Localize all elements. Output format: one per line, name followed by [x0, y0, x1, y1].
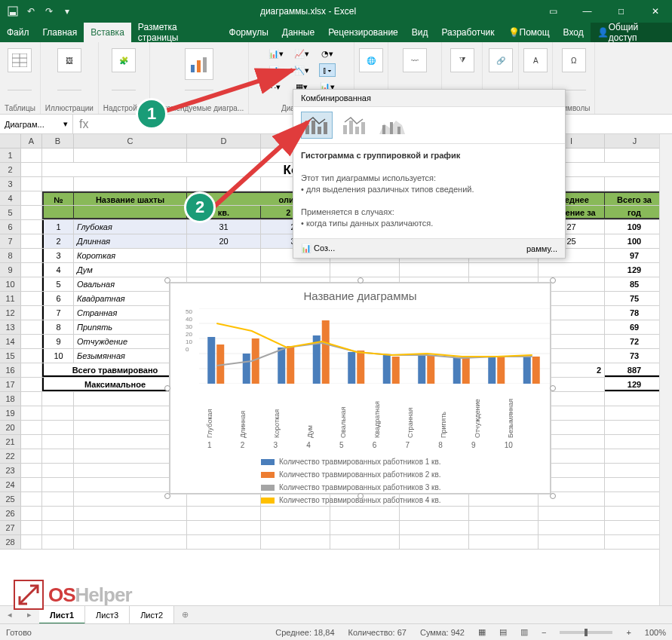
- tooltip-body: Гистограмма с группировкой и график Этот…: [293, 144, 565, 238]
- zoom-slider[interactable]: [560, 631, 612, 634]
- sheet-add-button[interactable]: ⊕: [174, 610, 196, 620]
- view-pagebreak-icon[interactable]: ▥: [520, 627, 528, 637]
- signin-button[interactable]: Вход: [557, 23, 591, 42]
- status-count: Количество: 67: [348, 628, 407, 637]
- pie-chart-icon[interactable]: ◔▾: [319, 47, 336, 60]
- svg-line-49: [20, 586, 38, 604]
- close-button[interactable]: ✕: [638, 0, 672, 23]
- tables-button[interactable]: [8, 48, 32, 72]
- maximize-button[interactable]: □: [604, 0, 638, 23]
- watermark-logo: OSHelper: [14, 580, 132, 610]
- svg-rect-44: [462, 358, 470, 384]
- svg-rect-45: [497, 357, 505, 384]
- minimize-button[interactable]: —: [570, 0, 604, 23]
- zoom-in-button[interactable]: +: [626, 628, 631, 637]
- svg-rect-12: [324, 122, 327, 134]
- svg-rect-43: [427, 355, 434, 384]
- svg-rect-28: [243, 354, 250, 384]
- svg-rect-35: [488, 357, 496, 384]
- window-title: диаграммы.xlsx - Excel: [80, 6, 536, 17]
- svg-rect-9: [305, 125, 309, 134]
- svg-rect-20: [397, 127, 400, 134]
- illustrations-button[interactable]: 🖼: [57, 48, 81, 72]
- svg-rect-15: [355, 127, 359, 134]
- zoom-level[interactable]: 100%: [645, 628, 666, 637]
- svg-rect-16: [361, 122, 365, 134]
- redo-icon[interactable]: ↷: [41, 3, 57, 20]
- svg-rect-34: [453, 358, 461, 384]
- tab-review[interactable]: Рецензирование: [321, 23, 405, 42]
- chart-legend[interactable]: Количество травмированных работников 1 к…: [170, 449, 550, 507]
- svg-rect-39: [287, 346, 294, 384]
- svg-rect-42: [392, 357, 400, 384]
- tab-insert[interactable]: Вставка: [84, 23, 131, 42]
- dropdown-title: Комбинированная: [293, 90, 565, 106]
- filters-button[interactable]: ⧩: [450, 48, 474, 72]
- status-average: Среднее: 18,84: [275, 628, 334, 637]
- embedded-chart[interactable]: Название диаграммы 50403020100 ГлубокаяД…: [170, 283, 551, 494]
- undo-icon[interactable]: ↶: [23, 3, 39, 20]
- sparklines-button[interactable]: 〰: [403, 48, 427, 72]
- zoom-out-button[interactable]: −: [542, 628, 546, 637]
- svg-rect-46: [532, 357, 540, 384]
- svg-rect-8: [203, 57, 207, 72]
- status-ready: Готово: [6, 628, 32, 637]
- combo-stacked-area-column-icon[interactable]: [376, 112, 408, 139]
- svg-rect-1: [10, 12, 16, 15]
- sheet-nav-next[interactable]: ▸: [20, 610, 39, 620]
- 3d-map-button[interactable]: 🌐: [359, 48, 383, 72]
- tab-layout[interactable]: Разметка страницы: [131, 23, 222, 42]
- links-button[interactable]: 🔗: [489, 48, 513, 72]
- svg-rect-32: [383, 355, 391, 384]
- symbols-button[interactable]: Ω: [562, 48, 586, 72]
- ribbon-min-icon[interactable]: ▭: [536, 0, 570, 23]
- view-layout-icon[interactable]: ▤: [499, 627, 507, 637]
- svg-rect-11: [318, 127, 321, 134]
- tab-file[interactable]: Файл: [0, 23, 36, 42]
- view-normal-icon[interactable]: ▦: [478, 627, 486, 637]
- annotation-badge-2: 2: [184, 191, 216, 223]
- sheet-tab-2[interactable]: Лист2: [130, 606, 174, 624]
- svg-rect-19: [390, 122, 393, 134]
- chart-title[interactable]: Название диаграммы: [170, 283, 550, 308]
- chart-plot-area[interactable]: 50403020100: [186, 308, 535, 391]
- svg-rect-41: [357, 351, 364, 384]
- svg-rect-36: [523, 357, 531, 384]
- share-button[interactable]: 👤 Общий доступ: [591, 23, 672, 42]
- name-box[interactable]: Диаграм...▾: [0, 115, 73, 133]
- sheet-nav-prev[interactable]: ◂: [0, 610, 20, 620]
- qat-more-icon[interactable]: ▾: [59, 3, 75, 20]
- combo-chart-icon[interactable]: ⫿▾: [319, 63, 336, 77]
- stat-chart-icon[interactable]: 📉▾: [293, 63, 310, 77]
- svg-rect-33: [418, 354, 425, 384]
- recommended-charts-button[interactable]: [185, 48, 213, 80]
- bar-chart-icon[interactable]: 📊▾: [268, 47, 284, 60]
- text-button[interactable]: A: [523, 48, 548, 72]
- tab-help[interactable]: 💡 Помощ: [502, 23, 557, 42]
- hier-chart-icon[interactable]: 📊▾: [268, 63, 284, 77]
- tab-formulas[interactable]: Формулы: [222, 23, 275, 42]
- tab-home[interactable]: Главная: [36, 23, 84, 42]
- svg-rect-10: [311, 121, 315, 134]
- titlebar: ↶ ↷ ▾ диаграммы.xlsx - Excel ▭ — □ ✕: [0, 0, 672, 23]
- line-chart-icon[interactable]: 📈▾: [293, 47, 310, 60]
- svg-rect-7: [197, 60, 201, 72]
- svg-rect-40: [322, 320, 330, 384]
- scatter-chart-icon[interactable]: ∴▾: [268, 80, 284, 93]
- fx-icon[interactable]: fx: [73, 118, 94, 131]
- status-bar: Готово Среднее: 18,84 Количество: 67 Сум…: [0, 623, 672, 640]
- create-custom-combo-link[interactable]: 📊 Соз...рамму...: [293, 238, 565, 258]
- svg-rect-13: [343, 125, 347, 134]
- combo-clustered-column-line-icon[interactable]: [301, 112, 333, 139]
- addins-button[interactable]: 🧩: [112, 48, 136, 72]
- tab-view[interactable]: Вид: [405, 23, 435, 42]
- ribbon-tabs: Файл Главная Вставка Разметка страницы Ф…: [0, 23, 672, 42]
- save-icon[interactable]: [5, 3, 21, 20]
- tab-data[interactable]: Данные: [275, 23, 321, 42]
- tab-developer[interactable]: Разработчик: [435, 23, 502, 42]
- vertical-scrollbar[interactable]: [659, 134, 672, 605]
- svg-rect-18: [382, 125, 385, 134]
- combo-column-line-2axis-icon[interactable]: [339, 112, 370, 139]
- svg-rect-31: [348, 352, 355, 384]
- combo-chart-dropdown[interactable]: Комбинированная Гистограмма с группировк…: [293, 89, 566, 259]
